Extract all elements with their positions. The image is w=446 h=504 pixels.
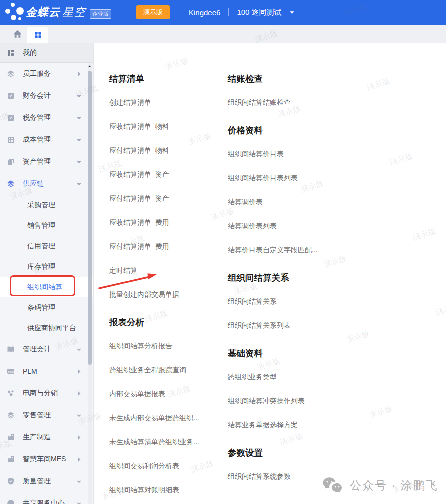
sidebar-item-label: 管理会计 [23, 345, 51, 354]
chevron-right-icon [76, 456, 82, 463]
edition-badge: 企业版 [90, 9, 112, 19]
sidebar: 我的 员工服务财务会计税务管理成本管理资产管理供应链采购管理销售管理信用管理库存… [0, 43, 94, 504]
menu-link[interactable]: 应收结算清单_物料 [110, 115, 207, 139]
demo-version-button[interactable]: 演示版 [136, 5, 170, 19]
section-title: 价格资料 [228, 118, 403, 142]
menu-link[interactable]: 组织间结算对账明细表 [110, 478, 207, 502]
section-title: 参数设置 [228, 441, 403, 465]
calc-icon [7, 136, 15, 144]
section-title: 报表分析 [110, 310, 207, 334]
sidebar-item-零售管理[interactable]: 零售管理 [0, 404, 94, 426]
sidebar-item-成本管理[interactable]: 成本管理 [0, 129, 94, 151]
menu-link[interactable]: 批量创建内部交易单据 [110, 283, 207, 307]
brand-subtitle: 星空 [62, 5, 86, 20]
sidebar-item-label: 供应链 [23, 179, 44, 188]
menu-link[interactable]: 结算调价表列表 [228, 214, 403, 238]
menu-link[interactable]: 组织间结算关系 [228, 290, 403, 314]
menu-link[interactable]: 跨组织业务全程跟踪查询 [110, 358, 207, 382]
scrollbar-thumb[interactable] [88, 71, 92, 365]
menu-link[interactable]: 未生成结算清单跨组织业务... [110, 430, 207, 454]
menu-link[interactable]: 组织间结算价目表列表 [228, 166, 403, 190]
shield-icon [7, 477, 15, 485]
menu-link[interactable]: 应付结算清单_资产 [110, 187, 207, 211]
tab-all-apps[interactable] [28, 27, 48, 43]
menu-link[interactable]: 应收结算清单_费用 [110, 211, 207, 235]
menu-section: 报表分析组织间结算分析报告跨组织业务全程跟踪查询内部交易单据报表未生成内部交易单… [110, 310, 207, 502]
menu-link[interactable]: 组织间结算关系列表 [228, 314, 403, 338]
menu-link[interactable]: 结算调价表 [228, 190, 403, 214]
sidebar-item-label: 共享服务中心 [23, 499, 65, 504]
sidebar-item-财务会计[interactable]: 财务会计 [0, 85, 94, 107]
sidebar-item-销售管理[interactable]: 销售管理 [0, 215, 94, 236]
sidebar-item-供应链[interactable]: 供应链 [0, 173, 94, 195]
chevron-down-icon [76, 478, 82, 485]
section-title: 结账检查 [228, 67, 403, 91]
menu-link[interactable]: 组织间结算分析报告 [110, 334, 207, 358]
menu-link[interactable]: 应付结算清单_物料 [110, 139, 207, 163]
sidebar-item-库存管理[interactable]: 库存管理 [0, 256, 94, 277]
cards-icon [7, 158, 15, 166]
wechat-account-label: 公众号 · 涂鹏飞 [350, 478, 438, 493]
sidebar-item-PLM[interactable]: PLMPLM [0, 360, 94, 382]
sidebar-item-label: 电商与分销 [23, 389, 58, 398]
sidebar-item-label: 销售管理 [28, 221, 56, 230]
panels-icon [7, 49, 15, 57]
chevron-down-icon [76, 159, 82, 165]
sidebar-item-my[interactable]: 我的 [0, 43, 94, 63]
menu-link[interactable]: 应收结算清单_资产 [110, 163, 207, 187]
menu-link[interactable]: 结算价目表自定义字段匹配... [228, 238, 403, 262]
sidebar-item-label: 税务管理 [23, 113, 51, 122]
sidebar-item-条码管理[interactable]: 条码管理 [0, 297, 94, 318]
wechat-footer: 公众号 · 涂鹏飞 [322, 477, 438, 494]
sidebar-item-共享服务中心[interactable]: 共享服务中心 [0, 492, 94, 504]
menu-link[interactable]: 组织间结算冲突操作列表 [228, 389, 403, 413]
menu-link[interactable]: 组织间交易利润分析表 [110, 454, 207, 478]
sidebar-item-供应商协同平台[interactable]: 供应商协同平台 [0, 318, 94, 338]
sidebar-item-质量管理[interactable]: 质量管理 [0, 470, 94, 492]
brand: 金蝶云 星空 企业版 [26, 5, 112, 20]
sidebar-item-税务管理[interactable]: 税务管理 [0, 107, 94, 129]
sidebar-item-智慧车间MES[interactable]: 智慧车间MES [0, 448, 94, 470]
sidebar-item-资产管理[interactable]: 资产管理 [0, 151, 94, 173]
caret-down-icon[interactable] [290, 10, 295, 15]
sidebar-item-label: 质量管理 [23, 477, 51, 486]
menu-section: 价格资料组织间结算价目表组织间结算价目表列表结算调价表结算调价表列表结算价目表自… [228, 118, 403, 262]
menu-link[interactable]: 未生成内部交易单据跨组织... [110, 406, 207, 430]
sidebar-menu: 员工服务财务会计税务管理成本管理资产管理供应链采购管理销售管理信用管理库存管理组… [0, 63, 94, 504]
account-name: Kingdee6 [189, 8, 220, 17]
sidebar-item-信用管理[interactable]: 信用管理 [0, 236, 94, 256]
layers-icon [7, 411, 15, 419]
menu-section: 结算清单创建结算清单应收结算清单_物料应付结算清单_物料应收结算清单_资产应付结… [110, 67, 207, 307]
menu-link[interactable]: 定时结算 [110, 259, 207, 283]
menu-link[interactable]: 组织间结算价目表 [228, 142, 403, 166]
menu-link[interactable]: 创建结算清单 [110, 91, 207, 115]
menu-link[interactable]: 组织间结算结账检查 [228, 91, 403, 115]
sidebar-scrollbar[interactable] [88, 63, 92, 504]
home-icon[interactable] [13, 29, 22, 39]
content-column-1: 结算清单创建结算清单应收结算清单_物料应付结算清单_物料应收结算清单_资产应付结… [110, 67, 207, 502]
sidebar-item-采购管理[interactable]: 采购管理 [0, 195, 94, 215]
menu-link[interactable]: 应付结算清单_费用 [110, 235, 207, 259]
chevron-right-icon [76, 71, 82, 77]
sidebar-item-电商与分销[interactable]: 电商与分销 [0, 382, 94, 404]
sidebar-item-label: 智慧车间MES [23, 455, 66, 464]
wechat-icon [322, 477, 344, 494]
scroll-up-icon[interactable] [87, 63, 93, 69]
menu-link[interactable]: 跨组织业务类型 [228, 365, 403, 389]
sidebar-item-员工服务[interactable]: 员工服务 [0, 63, 94, 85]
section-title: 基础资料 [228, 341, 403, 365]
sidebar-item-组织间结算[interactable]: 组织间结算 [0, 277, 94, 297]
sidebar-item-label: 组织间结算 [28, 283, 62, 292]
menu-link[interactable]: 结算业务单据选择方案 [228, 413, 403, 437]
menu-link[interactable]: 内部交易单据报表 [110, 382, 207, 406]
sidebar-item-label: 零售管理 [23, 411, 51, 420]
sidebar-item-管理会计[interactable]: 管理会计 [0, 338, 94, 360]
sidebar-item-label: 财务会计 [23, 91, 51, 100]
factory-icon [7, 455, 15, 463]
sidebar-item-生产制造[interactable]: 生产制造 [0, 426, 94, 448]
account-switcher[interactable]: Kingdee6 100 逐同测试 [189, 8, 295, 17]
apps-grid-icon [34, 31, 42, 39]
sidebar-item-label: 成本管理 [23, 135, 51, 144]
column-divider [210, 72, 210, 504]
section-title: 结算清单 [110, 67, 207, 91]
